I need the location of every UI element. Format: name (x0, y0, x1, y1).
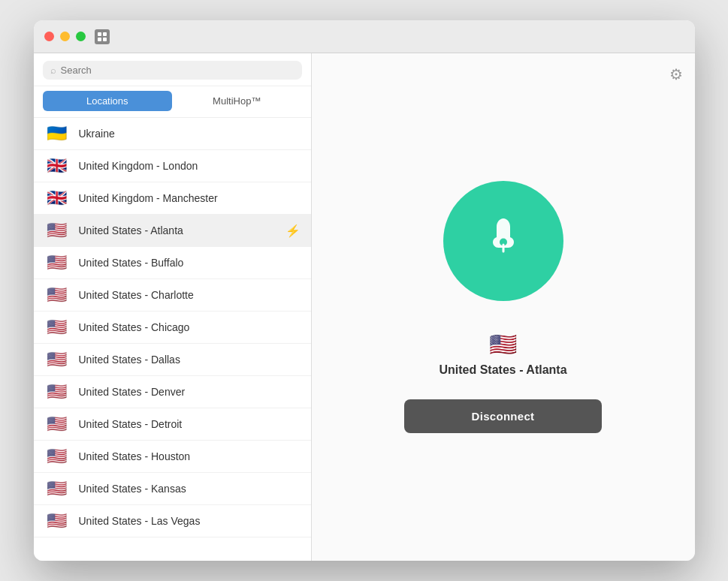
flag-icon: 🇺🇸 (44, 384, 70, 400)
location-label: United States - Charlotte (79, 289, 194, 301)
traffic-lights (44, 32, 86, 41)
connected-info: 🇺🇸 United States - Atlanta (439, 331, 566, 377)
flag-icon: 🇺🇦 (44, 125, 70, 142)
flag-icon: 🇬🇧 (44, 190, 70, 206)
location-label: United States - Chicago (79, 321, 190, 333)
window-content: ⌕ Locations MultiHop™ 🇺🇦Ukraine🇬🇧United … (34, 53, 695, 561)
minimize-button[interactable] (60, 32, 70, 41)
flag-icon: 🇺🇸 (44, 351, 70, 368)
connected-location: United States - Atlanta (439, 363, 566, 377)
list-item[interactable]: 🇺🇸United States - Dallas (34, 344, 311, 376)
list-item[interactable]: 🇬🇧United Kingdom - Manchester (34, 182, 311, 215)
flag-icon: 🇺🇸 (44, 287, 70, 303)
location-label: United Kingdom - London (79, 160, 198, 172)
location-label: Ukraine (79, 128, 115, 140)
list-item[interactable]: 🇺🇸United States - Charlotte (34, 279, 311, 312)
search-input-wrap: ⌕ (43, 61, 302, 80)
list-item[interactable]: 🇺🇸United States - Houston (34, 441, 311, 473)
svg-rect-3 (103, 38, 107, 41)
list-item[interactable]: 🇺🇸United States - Las Vegas (34, 505, 311, 537)
list-item[interactable]: 🇺🇸United States - Atlanta⚡ (34, 215, 311, 247)
location-label: United States - Detroit (79, 418, 183, 430)
title-bar (34, 20, 695, 53)
location-label: United States - Houston (79, 450, 191, 462)
flag-icon: 🇺🇸 (44, 254, 70, 271)
tabs: Locations MultiHop™ (34, 86, 311, 118)
list-item[interactable]: 🇬🇧United Kingdom - London (34, 150, 311, 182)
svg-rect-2 (98, 38, 101, 41)
connected-flag: 🇺🇸 (489, 331, 517, 357)
list-item[interactable]: 🇺🇸United States - Detroit (34, 408, 311, 441)
list-item[interactable]: 🇺🇸United States - Kansas (34, 473, 311, 505)
gear-icon: ⚙ (669, 66, 683, 83)
list-item[interactable]: 🇺🇦Ukraine (34, 118, 311, 150)
list-item[interactable]: 🇺🇸United States - Buffalo (34, 247, 311, 279)
vpn-logo (443, 181, 563, 301)
tab-multihop[interactable]: MultiHop™ (172, 91, 302, 111)
lightning-icon: ⚡ (285, 224, 301, 238)
left-panel: ⌕ Locations MultiHop™ 🇺🇦Ukraine🇬🇧United … (34, 53, 312, 561)
right-panel: ⚙ 🇺🇸 United States - Atlanta Disconnect (312, 53, 695, 561)
settings-button[interactable]: ⚙ (669, 65, 683, 83)
location-label: United States - Denver (79, 386, 186, 398)
location-label: United States - Atlanta (79, 224, 183, 236)
list-item[interactable]: 🇺🇸United States - Denver (34, 376, 311, 408)
search-bar: ⌕ (34, 53, 311, 86)
main-window: ⌕ Locations MultiHop™ 🇺🇦Ukraine🇬🇧United … (34, 20, 695, 561)
fullscreen-button[interactable] (76, 32, 86, 41)
flag-icon: 🇺🇸 (44, 448, 70, 465)
location-label: United States - Dallas (79, 354, 180, 366)
svg-rect-1 (103, 32, 107, 36)
close-button[interactable] (44, 32, 54, 41)
location-label: United Kingdom - Manchester (79, 192, 218, 204)
flag-icon: 🇬🇧 (44, 158, 70, 174)
list-item[interactable]: 🇺🇸United States - Chicago (34, 312, 311, 344)
location-label: United States - Kansas (79, 483, 186, 495)
flag-icon: 🇺🇸 (44, 416, 70, 432)
location-label: United States - Buffalo (79, 257, 184, 269)
flag-icon: 🇺🇸 (44, 222, 70, 239)
location-label: United States - Las Vegas (79, 515, 201, 527)
disconnect-button[interactable]: Disconnect (404, 399, 603, 433)
flag-icon: 🇺🇸 (44, 480, 70, 497)
flag-icon: 🇺🇸 (44, 513, 70, 529)
tab-locations[interactable]: Locations (43, 91, 173, 111)
search-icon: ⌕ (50, 65, 56, 76)
flag-icon: 🇺🇸 (44, 319, 70, 336)
svg-rect-0 (98, 32, 101, 36)
location-list: 🇺🇦Ukraine🇬🇧United Kingdom - London🇬🇧Unit… (34, 118, 311, 561)
window-icon (95, 29, 110, 44)
search-input[interactable] (61, 65, 295, 76)
